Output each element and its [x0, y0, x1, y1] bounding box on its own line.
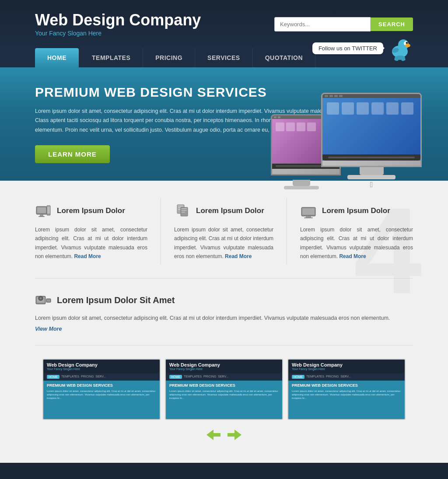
svg-rect-24: [302, 208, 315, 215]
search-button[interactable]: SEARCH: [371, 17, 413, 31]
thumb-3-nav-home: HOME: [292, 375, 304, 379]
logo-slogan: Your Fancy Slogan Here: [35, 30, 201, 37]
feature-3-icon: [300, 203, 317, 219]
thumb-2-nav-serv: SERV...: [218, 375, 228, 379]
thumb-3-nav-serv: SERV...: [340, 375, 351, 379]
svg-marker-34: [228, 430, 242, 440]
search-input[interactable]: [274, 17, 371, 31]
content-section: 4 Lorem Ipsum Dolor Lorem ip: [0, 181, 448, 463]
thumb-2-nav-templates: TEMPLATES: [184, 375, 202, 379]
svg-rect-12: [38, 216, 45, 217]
thumbnails-row: Web Design Company Your Fancy Slogan Her…: [35, 359, 413, 420]
thumb-1-hero-text: Lorem ipsum dolor sit amet, consectetur …: [47, 389, 156, 400]
feature-1-read-more[interactable]: Read More: [74, 253, 101, 259]
feature-2-header: Lorem Ipsum Dolor: [174, 203, 273, 219]
nav-item-home[interactable]: HOME: [35, 48, 79, 67]
apple-logo-icon: : [370, 180, 373, 189]
svg-rect-20: [182, 208, 187, 209]
svg-rect-11: [40, 214, 43, 216]
thumb-2-hero-title: PREMIUM WEB DESIGN SERVICES: [169, 383, 279, 388]
svg-rect-22: [182, 212, 185, 213]
thumb-1-logo: Web Design Company: [47, 362, 156, 367]
thumb-2-slogan: Your Fancy Slogan Here: [169, 367, 279, 371]
svg-rect-25: [306, 216, 311, 217]
thumbnail-1[interactable]: Web Design Company Your Fancy Slogan Her…: [42, 359, 161, 420]
feature-2-read-more[interactable]: Read More: [225, 253, 252, 259]
svg-rect-14: [47, 206, 50, 213]
twitter-follow-text[interactable]: Follow us on TWITTER: [312, 42, 383, 54]
thumb-1-slogan: Your Fancy Slogan Here: [47, 367, 156, 371]
thumb-3-slogan: Your Fancy Slogan Here: [292, 367, 401, 371]
thumb-3-hero-title: PREMIUM WEB DESIGN SERVICES: [292, 383, 401, 388]
feature-1-icon: [35, 203, 52, 219]
hero-section: PREMIUM WEB DESIGN SERVICES Lorem ipsum …: [0, 67, 448, 181]
view-more-link[interactable]: View More: [35, 326, 413, 332]
twitter-bird-icon: [387, 35, 413, 61]
svg-rect-16: [178, 206, 183, 206]
feature-col-1: Lorem Ipsum Dolor Lorem ipsum dolor sit …: [35, 198, 161, 266]
feature-col-2: Lorem Ipsum Dolor Lorem ipsum dolor sit …: [161, 198, 287, 266]
thumb-2-logo: Web Design Company: [169, 362, 279, 367]
nav-item-quotation[interactable]: QUOTATION: [253, 48, 315, 67]
feature-3-title: Lorem Ipsum Dolor: [322, 206, 390, 215]
feature-3-read-more[interactable]: Read More: [339, 253, 366, 259]
nav-item-pricing[interactable]: PRICING: [143, 48, 195, 67]
search-area: SEARCH: [274, 17, 413, 31]
thumb-1-hero-title: PREMIUM WEB DESIGN SERVICES: [47, 383, 156, 388]
prev-arrow-button[interactable]: [206, 429, 220, 441]
feature-3-header: Lorem Ipsum Dolor: [300, 203, 413, 219]
thumb-2-hero-text: Lorem ipsum dolor sit amet, consectetur …: [169, 389, 279, 400]
thumb-1-nav-pricing: PRICING: [81, 375, 94, 379]
thumbnail-2[interactable]: Web Design Company Your Fancy Slogan Her…: [165, 359, 283, 420]
thumb-2-nav-home: HOME: [169, 375, 182, 379]
thumb-3-nav-templates: TEMPLATES: [306, 375, 324, 379]
svg-rect-21: [182, 210, 187, 211]
thumb-3-nav-pricing: PRICING: [326, 375, 339, 379]
hero-images: : [271, 93, 422, 189]
feature-col-3: Lorem Ipsum Dolor Lorem ipsum dolor sit …: [287, 198, 413, 266]
wide-feature-icon: [35, 292, 52, 308]
feature-2-text: Lorem ipsum dolor sit amet, consectetur …: [174, 225, 273, 261]
feature-1-text: Lorem ipsum dolor sit amet, consectetur …: [35, 225, 147, 261]
wide-feature-text: Lorem ipsum dolor sit amet, consectetur …: [35, 314, 413, 323]
svg-rect-32: [47, 299, 50, 302]
feature-1-header: Lorem Ipsum Dolor: [35, 203, 147, 219]
feature-2-icon: [174, 203, 191, 219]
twitter-follow-area: Follow us on TWITTER: [312, 35, 413, 61]
nav-item-templates[interactable]: TEMPLATES: [80, 48, 143, 67]
svg-marker-33: [206, 430, 220, 440]
wide-feature: Lorem Ipsum Dolor Sit Amet Lorem ipsum d…: [35, 292, 413, 345]
thumb-1-nav-templates: TEMPLATES: [61, 375, 79, 379]
wide-feature-title: Lorem Ipsum Dolor Sit Amet: [57, 295, 175, 305]
nav-bar: HOME TEMPLATES PRICING SERVICES QUOTATIO…: [0, 48, 448, 67]
thumb-1-nav-home: HOME: [47, 375, 60, 379]
wide-feature-header: Lorem Ipsum Dolor Sit Amet: [35, 292, 413, 308]
features-grid: Lorem Ipsum Dolor Lorem ipsum dolor sit …: [35, 198, 413, 279]
monitor-large: [321, 93, 422, 167]
next-arrow-button[interactable]: [228, 429, 242, 441]
svg-rect-10: [37, 207, 46, 213]
thumb-2-nav-pricing: PRICING: [203, 375, 216, 379]
logo-title: Web Design Company: [35, 11, 201, 29]
svg-point-30: [40, 297, 42, 299]
feature-1-title: Lorem Ipsum Dolor: [57, 206, 125, 215]
logo-area: Web Design Company Your Fancy Slogan Her…: [35, 11, 201, 37]
svg-point-3: [406, 42, 408, 44]
learn-more-button[interactable]: LEARN MORE: [35, 145, 110, 163]
nav-item-services[interactable]: SERVICES: [195, 48, 253, 67]
feature-3-text: Lorem ipsum dolor sit amet, consectetur …: [300, 225, 413, 261]
feature-2-title: Lorem Ipsum Dolor: [196, 206, 264, 215]
svg-point-4: [405, 44, 410, 47]
thumb-3-hero-text: Lorem ipsum dolor sit amet, consectetur …: [292, 389, 401, 400]
thumb-3-logo: Web Design Company: [292, 362, 401, 367]
thumbnail-3[interactable]: Web Design Company Your Fancy Slogan Her…: [287, 359, 406, 420]
footer: Stay Updated Stay updated via email, sub…: [0, 463, 448, 479]
svg-rect-26: [304, 217, 313, 218]
thumb-1-nav-serv: SERV...: [95, 375, 106, 379]
nav-arrows: [35, 429, 413, 441]
